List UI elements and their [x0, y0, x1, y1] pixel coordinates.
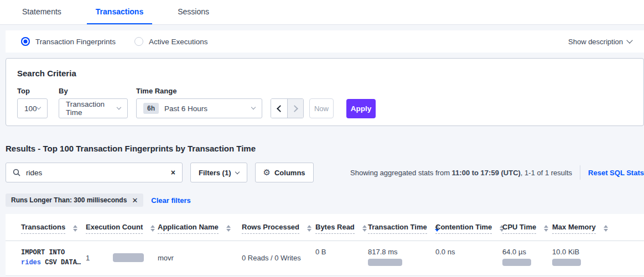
transactions-table: Transactions Execution Count Application…: [6, 214, 644, 276]
active-filters-row: Runs Longer Than: 300 milliseconds ✕ Cle…: [6, 194, 644, 207]
columns-button[interactable]: ⚙ Columns: [255, 163, 314, 182]
search-icon: [13, 169, 20, 176]
radio-selected-icon: [21, 37, 30, 46]
sort-desc-icon: [73, 229, 77, 232]
top-label: Top: [17, 87, 48, 95]
filter-chip: Runs Longer Than: 300 milliseconds ✕: [6, 194, 143, 207]
remove-filter-icon[interactable]: ✕: [132, 196, 138, 205]
column-header-contention-time[interactable]: Contention Time: [435, 214, 502, 241]
sort-control[interactable]: [544, 225, 548, 232]
results-toolbar: × Filters (1) ⚙ Columns Showing aggregat…: [6, 163, 644, 182]
clear-search-icon[interactable]: ×: [171, 169, 175, 176]
sort-control[interactable]: [150, 225, 155, 232]
max-memory-bar: [552, 259, 581, 266]
filter-chip-label: Runs Longer Than: 300 milliseconds: [11, 196, 127, 204]
sort-desc-icon: [307, 229, 311, 232]
column-header-transaction-time[interactable]: Transaction Time: [368, 214, 435, 241]
tab-sessions[interactable]: Sessions: [169, 1, 218, 24]
sort-desc-icon: [544, 229, 548, 232]
column-header-execution-count[interactable]: Execution Count: [86, 214, 158, 241]
sort-desc-icon: [150, 229, 155, 232]
by-label: By: [59, 87, 128, 95]
sort-asc-icon: [604, 225, 608, 228]
transaction-statement-link[interactable]: IMPORT INTO rides CSV DATA…: [21, 248, 86, 268]
column-header-bytes-read[interactable]: Bytes Read: [315, 214, 368, 241]
sort-control[interactable]: [73, 225, 77, 232]
sort-desc-icon: [362, 229, 367, 232]
radio-label: Active Executions: [149, 38, 208, 46]
time-nav-group: [271, 98, 304, 118]
filters-button[interactable]: Filters (1): [190, 163, 247, 182]
chevron-left-icon: [277, 105, 284, 112]
stats-line: Showing aggregated stats from 11:00 to 1…: [350, 165, 644, 180]
search-criteria-title: Search Criteria: [17, 69, 632, 78]
cell-cpu-time: 64.0 µs: [502, 241, 552, 276]
sort-control[interactable]: [226, 225, 231, 232]
column-header-max-memory[interactable]: Max Memory: [552, 214, 644, 241]
stats-text: Showing aggregated stats from 11:00 to 1…: [350, 169, 572, 177]
clear-filters-link[interactable]: Clear filters: [151, 196, 191, 205]
tab-transactions[interactable]: Transactions: [87, 1, 152, 24]
top-field: Top 100: [17, 87, 48, 118]
time-range-select[interactable]: 6h Past 6 Hours: [136, 98, 262, 118]
filters-label: Filters (1): [199, 169, 231, 177]
now-button[interactable]: Now: [309, 98, 334, 118]
sort-asc-icon: [544, 225, 548, 228]
search-input[interactable]: [26, 169, 171, 177]
radio-transaction-fingerprints[interactable]: Transaction Fingerprints: [21, 37, 116, 46]
sort-control[interactable]: [307, 225, 311, 232]
show-description-toggle[interactable]: Show description: [568, 38, 632, 46]
vertical-divider: [580, 165, 580, 180]
radio-unselected-icon: [134, 37, 143, 46]
cell-max-memory: 10.0 KiB: [552, 241, 644, 276]
time-forward-button[interactable]: [287, 99, 303, 118]
sort-asc-icon: [307, 225, 311, 228]
top-select[interactable]: 100: [17, 98, 48, 118]
cpu-time-bar: [502, 259, 531, 266]
table-row: IMPORT INTO rides CSV DATA… 1 movr 0 Rea…: [6, 241, 644, 276]
cell-contention-time: 0.0 ns: [435, 241, 502, 276]
table-header-row: Transactions Execution Count Application…: [6, 214, 644, 241]
time-back-button[interactable]: [271, 99, 287, 118]
gear-icon: ⚙: [263, 168, 271, 177]
sort-control[interactable]: [604, 225, 608, 232]
tab-statements[interactable]: Statements: [13, 1, 70, 24]
cell-bytes-read: 0 B: [315, 241, 368, 276]
application-name-value: movr: [158, 254, 174, 262]
column-header-application-name[interactable]: Application Name: [158, 214, 242, 241]
sort-desc-icon: [226, 229, 231, 232]
cell-execution-count: 1: [86, 241, 158, 276]
sort-asc-icon: [150, 225, 155, 228]
column-header-cpu-time[interactable]: CPU Time: [502, 214, 552, 241]
chevron-right-icon: [291, 105, 298, 112]
column-header-transactions[interactable]: Transactions: [6, 214, 86, 241]
contention-time-value: 0.0 ns: [435, 248, 455, 256]
reset-sql-stats-link[interactable]: Reset SQL Stats: [588, 169, 644, 177]
columns-label: Columns: [274, 169, 305, 177]
chevron-down-icon: [37, 105, 41, 109]
max-memory-value: 10.0 KiB: [552, 248, 644, 256]
search-criteria-controls: Top 100 By Transaction Time Time Range 6…: [17, 87, 632, 118]
by-select[interactable]: Transaction Time: [59, 98, 128, 118]
transaction-time-bar: [368, 259, 402, 266]
bytes-read-value: 0 B: [315, 248, 326, 256]
radio-active-executions[interactable]: Active Executions: [134, 37, 208, 46]
cell-rows-processed: 0 Reads / 0 Writes: [242, 241, 315, 276]
sort-desc-icon: [604, 229, 608, 232]
sort-control[interactable]: [362, 225, 367, 232]
top-tab-bar: Statements Transactions Sessions: [0, 0, 644, 25]
top-select-value: 100: [24, 104, 37, 113]
time-range-badge: 6h: [143, 103, 159, 114]
time-range-value: Past 6 Hours: [164, 104, 207, 113]
sort-asc-icon: [226, 225, 231, 228]
execution-count-value: 1: [86, 254, 90, 262]
transaction-time-value: 817.8 ms: [368, 248, 435, 256]
search-criteria-card: Search Criteria Top 100 By Transaction T…: [6, 58, 644, 126]
chevron-down-icon: [626, 37, 632, 43]
cpu-time-value: 64.0 µs: [502, 248, 552, 256]
cell-transaction-fingerprint[interactable]: IMPORT INTO rides CSV DATA…: [6, 241, 86, 276]
show-description-label: Show description: [568, 38, 623, 46]
column-header-rows-processed[interactable]: Rows Processed: [242, 214, 315, 241]
apply-button[interactable]: Apply: [346, 99, 376, 118]
cell-application-name: movr: [158, 241, 242, 276]
